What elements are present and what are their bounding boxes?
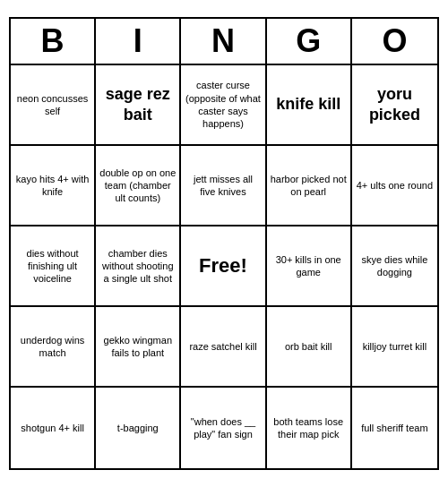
bingo-cell-24[interactable]: full sheriff team xyxy=(352,388,437,468)
header-n: N xyxy=(181,19,266,64)
bingo-cell-8[interactable]: harbor picked not on pearl xyxy=(267,146,352,226)
bingo-cell-13[interactable]: 30+ kills in one game xyxy=(267,226,352,307)
bingo-cell-19[interactable]: killjoy turret kill xyxy=(352,307,437,388)
bingo-cell-16[interactable]: gekko wingman fails to plant xyxy=(96,307,181,388)
cell-text-13: 30+ kills in one game xyxy=(271,253,347,279)
header-o: O xyxy=(352,19,437,64)
cell-text-17: raze satchel kill xyxy=(189,340,256,353)
bingo-cell-4[interactable]: yoru picked xyxy=(352,65,437,146)
bingo-cell-7[interactable]: jett misses all five knives xyxy=(181,146,266,226)
cell-text-12: Free! xyxy=(199,253,247,279)
bingo-cell-1[interactable]: sage rez bait xyxy=(96,65,181,146)
bingo-cell-2[interactable]: caster curse (opposite of what caster sa… xyxy=(181,65,266,146)
cell-text-9: 4+ ults one round xyxy=(357,179,433,192)
bingo-cell-18[interactable]: orb bait kill xyxy=(267,307,352,388)
bingo-cell-9[interactable]: 4+ ults one round xyxy=(352,146,437,226)
cell-text-10: dies without finishing ult voiceline xyxy=(14,247,90,286)
bingo-cell-3[interactable]: knife kill xyxy=(267,65,352,146)
bingo-cell-14[interactable]: skye dies while dogging xyxy=(352,226,437,307)
bingo-cell-12[interactable]: Free! xyxy=(181,226,266,307)
cell-text-0: neon concusses self xyxy=(14,92,90,118)
bingo-cell-5[interactable]: kayo hits 4+ with knife xyxy=(11,146,96,226)
header-i: I xyxy=(96,19,181,64)
cell-text-15: underdog wins match xyxy=(14,334,90,360)
bingo-header: B I N G O xyxy=(11,19,437,65)
cell-text-4: yoru picked xyxy=(356,84,434,126)
bingo-cell-6[interactable]: double op on one team (chamber ult count… xyxy=(96,146,181,226)
header-g: G xyxy=(267,19,352,64)
bingo-cell-15[interactable]: underdog wins match xyxy=(11,307,96,388)
cell-text-16: gekko wingman fails to plant xyxy=(99,334,176,360)
cell-text-5: kayo hits 4+ with knife xyxy=(14,173,90,199)
bingo-card: B I N G O neon concusses selfsage rez ba… xyxy=(9,17,439,470)
cell-text-14: skye dies while dogging xyxy=(356,253,434,279)
cell-text-24: full sheriff team xyxy=(361,422,427,434)
cell-text-18: orb bait kill xyxy=(285,340,332,353)
cell-text-1: sage rez bait xyxy=(99,84,176,126)
bingo-cell-22[interactable]: "when does __ play" fan sign xyxy=(181,388,266,468)
bingo-cell-10[interactable]: dies without finishing ult voiceline xyxy=(11,226,96,307)
bingo-cell-11[interactable]: chamber dies without shooting a single u… xyxy=(96,226,181,307)
cell-text-11: chamber dies without shooting a single u… xyxy=(99,247,176,286)
bingo-cell-17[interactable]: raze satchel kill xyxy=(181,307,266,388)
cell-text-2: caster curse (opposite of what caster sa… xyxy=(185,79,261,130)
cell-text-22: "when does __ play" fan sign xyxy=(185,415,261,441)
bingo-cell-0[interactable]: neon concusses self xyxy=(11,65,96,146)
cell-text-19: killjoy turret kill xyxy=(363,340,427,353)
cell-text-23: both teams lose their map pick xyxy=(271,415,347,441)
cell-text-6: double op on one team (chamber ult count… xyxy=(99,167,176,205)
bingo-grid: neon concusses selfsage rez baitcaster c… xyxy=(11,65,437,468)
header-b: B xyxy=(11,19,96,64)
bingo-cell-21[interactable]: t-bagging xyxy=(96,388,181,468)
cell-text-3: knife kill xyxy=(276,94,340,115)
cell-text-7: jett misses all five knives xyxy=(185,173,261,199)
bingo-cell-20[interactable]: shotgun 4+ kill xyxy=(11,388,96,468)
cell-text-21: t-bagging xyxy=(117,422,159,434)
cell-text-8: harbor picked not on pearl xyxy=(271,173,347,199)
cell-text-20: shotgun 4+ kill xyxy=(21,422,84,434)
bingo-cell-23[interactable]: both teams lose their map pick xyxy=(267,388,352,468)
